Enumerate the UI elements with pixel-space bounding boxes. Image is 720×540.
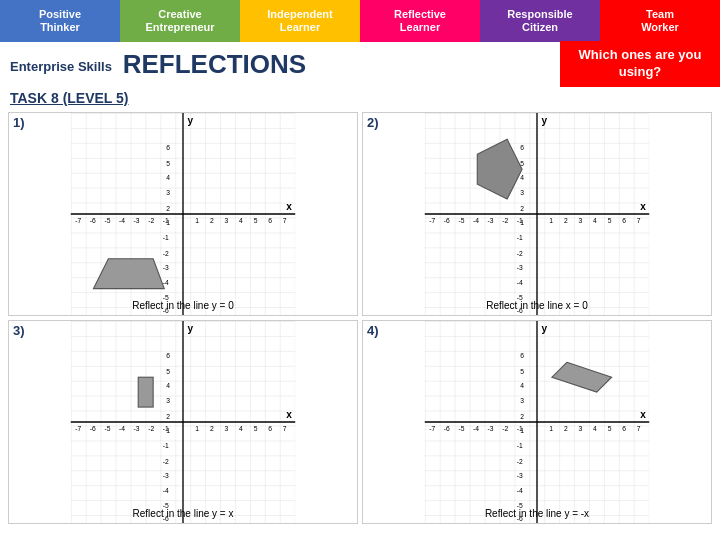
panel-3-number: 3) (13, 323, 25, 338)
svg-text:2: 2 (564, 425, 568, 432)
svg-text:-3: -3 (134, 425, 140, 432)
svg-text:x: x (286, 409, 292, 420)
tab-responsible-citizen[interactable]: ResponsibleCitizen (480, 0, 600, 42)
svg-text:1: 1 (166, 219, 170, 226)
tab-team-worker[interactable]: TeamWorker (600, 0, 720, 42)
top-nav: PositiveThinker CreativeEntrepreneur Ind… (0, 0, 720, 42)
svg-text:y: y (187, 115, 193, 126)
svg-text:4: 4 (166, 174, 170, 181)
svg-text:7: 7 (637, 217, 641, 224)
svg-text:-5: -5 (104, 217, 110, 224)
svg-text:-2: -2 (148, 425, 154, 432)
svg-text:6: 6 (268, 425, 272, 432)
grid-svg-4: x y -7 -6 -5 -4 -3 -2 -1 1 2 3 4 5 6 7 6… (363, 321, 711, 523)
svg-text:2: 2 (564, 217, 568, 224)
svg-text:-6: -6 (444, 217, 450, 224)
svg-text:6: 6 (622, 217, 626, 224)
svg-text:2: 2 (210, 217, 214, 224)
svg-text:4: 4 (520, 382, 524, 389)
svg-text:-1: -1 (517, 234, 523, 241)
svg-text:x: x (286, 201, 292, 212)
svg-text:5: 5 (520, 368, 524, 375)
svg-text:7: 7 (637, 425, 641, 432)
svg-text:-2: -2 (148, 217, 154, 224)
svg-text:1: 1 (195, 425, 199, 432)
svg-text:5: 5 (608, 425, 612, 432)
svg-text:-2: -2 (502, 425, 508, 432)
svg-text:-2: -2 (517, 250, 523, 257)
panel-2-number: 2) (367, 115, 379, 130)
svg-text:-3: -3 (134, 217, 140, 224)
svg-text:1: 1 (195, 217, 199, 224)
svg-text:-2: -2 (502, 217, 508, 224)
svg-text:-1: -1 (163, 234, 169, 241)
tab-positive-thinker[interactable]: PositiveThinker (0, 0, 120, 42)
svg-text:-3: -3 (163, 472, 169, 479)
svg-text:-4: -4 (473, 217, 479, 224)
svg-text:4: 4 (593, 217, 597, 224)
svg-text:-3: -3 (163, 264, 169, 271)
svg-text:-4: -4 (517, 279, 523, 286)
grid-panel-1: 1) x y -7 -6 -5 -4 -3 -2 -1 (8, 112, 358, 316)
svg-text:x: x (640, 409, 646, 420)
svg-text:-4: -4 (517, 487, 523, 494)
svg-text:5: 5 (254, 217, 258, 224)
svg-text:-3: -3 (488, 425, 494, 432)
svg-text:-7: -7 (429, 425, 435, 432)
task-label: TASK 8 (LEVEL 5) (0, 86, 720, 108)
svg-text:4: 4 (520, 174, 524, 181)
svg-text:-7: -7 (75, 217, 81, 224)
svg-text:-4: -4 (473, 425, 479, 432)
header-row: Enterprise Skills REFLECTIONS Which ones… (0, 42, 720, 86)
svg-text:6: 6 (622, 425, 626, 432)
panel-2-reflect: Reflect in the line x = 0 (363, 300, 711, 311)
svg-text:3: 3 (520, 397, 524, 404)
svg-text:-7: -7 (75, 425, 81, 432)
svg-text:3: 3 (225, 425, 229, 432)
grid-svg-1: x y -7 -6 -5 -4 -3 -2 -1 1 2 3 4 5 6 7 6… (9, 113, 357, 315)
grid-panel-2: 2) x y -7 -6 -5 -4 -3 -2 -1 1 2 3 4 5 (362, 112, 712, 316)
grid-panel-4: 4) x y -7 -6 -5 -4 -3 -2 -1 1 2 3 4 5 (362, 320, 712, 524)
svg-text:-2: -2 (517, 458, 523, 465)
grid-panel-3: 3) x y -7 -6 -5 -4 -3 -2 -1 1 2 3 4 5 (8, 320, 358, 524)
svg-text:4: 4 (593, 425, 597, 432)
svg-text:6: 6 (166, 352, 170, 359)
svg-text:4: 4 (166, 382, 170, 389)
reflections-title: REFLECTIONS (123, 49, 306, 79)
svg-text:3: 3 (579, 425, 583, 432)
svg-text:-6: -6 (90, 217, 96, 224)
svg-text:-1: -1 (517, 442, 523, 449)
svg-text:2: 2 (210, 425, 214, 432)
tab-creative-entrepreneur[interactable]: CreativeEntrepreneur (120, 0, 240, 42)
grids-container: 1) x y -7 -6 -5 -4 -3 -2 -1 (0, 108, 720, 528)
svg-text:-2: -2 (163, 250, 169, 257)
svg-text:-5: -5 (104, 425, 110, 432)
svg-text:7: 7 (283, 217, 287, 224)
svg-text:-2: -2 (163, 458, 169, 465)
panel-3-reflect: Reflect in the line y = x (9, 508, 357, 519)
panel-1-reflect: Reflect in the line y = 0 (9, 300, 357, 311)
grid-svg-3: x y -7 -6 -5 -4 -3 -2 -1 1 2 3 4 5 6 7 6… (9, 321, 357, 523)
svg-text:-3: -3 (488, 217, 494, 224)
svg-text:5: 5 (166, 368, 170, 375)
svg-text:-3: -3 (517, 264, 523, 271)
svg-text:5: 5 (254, 425, 258, 432)
tab-reflective-learner[interactable]: ReflectiveLearner (360, 0, 480, 42)
svg-text:2: 2 (520, 205, 524, 212)
svg-text:4: 4 (239, 217, 243, 224)
svg-text:1: 1 (520, 427, 524, 434)
svg-text:3: 3 (225, 217, 229, 224)
svg-text:-4: -4 (119, 425, 125, 432)
panel-4-reflect: Reflect in the line y = -x (363, 508, 711, 519)
svg-text:-4: -4 (163, 487, 169, 494)
svg-text:5: 5 (166, 160, 170, 167)
svg-text:5: 5 (608, 217, 612, 224)
svg-text:1: 1 (166, 427, 170, 434)
grid-svg-2: x y -7 -6 -5 -4 -3 -2 -1 1 2 3 4 5 6 7 6… (363, 113, 711, 315)
svg-text:6: 6 (520, 352, 524, 359)
tab-independent-learner[interactable]: IndependentLearner (240, 0, 360, 42)
svg-text:2: 2 (520, 413, 524, 420)
svg-text:-1: -1 (163, 442, 169, 449)
svg-text:3: 3 (520, 189, 524, 196)
svg-text:6: 6 (268, 217, 272, 224)
